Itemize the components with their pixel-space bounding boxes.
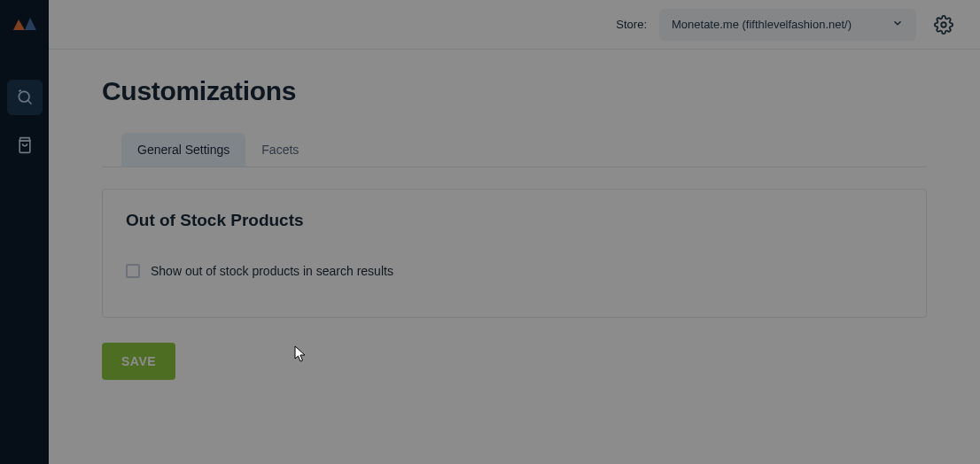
chevron-down-icon — [891, 17, 904, 32]
main-pane: Store: Monetate.me (fifthlevelfashion.ne… — [49, 0, 980, 464]
out-of-stock-panel: Out of Stock Products Show out of stock … — [102, 189, 927, 318]
svg-point-4 — [941, 22, 946, 27]
svg-marker-1 — [25, 18, 36, 30]
nav-item-search[interactable] — [7, 80, 43, 115]
store-select-value: Monetate.me (fifthlevelfashion.net/) — [672, 18, 852, 31]
checkbox-label: Show out of stock products in search res… — [151, 264, 393, 278]
svg-marker-0 — [13, 19, 25, 30]
tab-general-settings[interactable]: General Settings — [121, 133, 245, 166]
panel-title: Out of Stock Products — [126, 211, 903, 230]
nav-item-products[interactable] — [7, 128, 43, 163]
settings-button[interactable] — [929, 10, 959, 40]
content: Customizations General Settings Facets O… — [49, 50, 980, 406]
page-title: Customizations — [102, 76, 927, 106]
logo-icon — [12, 9, 38, 35]
topbar: Store: Monetate.me (fifthlevelfashion.ne… — [49, 0, 980, 50]
sidebar — [0, 0, 49, 464]
tab-facets[interactable]: Facets — [245, 133, 315, 166]
show-out-of-stock-checkbox[interactable] — [126, 264, 140, 278]
store-select[interactable]: Monetate.me (fifthlevelfashion.net/) — [659, 9, 916, 41]
checkbox-row: Show out of stock products in search res… — [126, 264, 903, 278]
svg-point-2 — [19, 91, 29, 102]
save-button[interactable]: SAVE — [102, 343, 175, 380]
tabs: General Settings Facets — [102, 133, 927, 167]
gear-icon — [934, 15, 953, 35]
store-label: Store: — [616, 18, 647, 31]
svg-line-3 — [27, 101, 31, 104]
